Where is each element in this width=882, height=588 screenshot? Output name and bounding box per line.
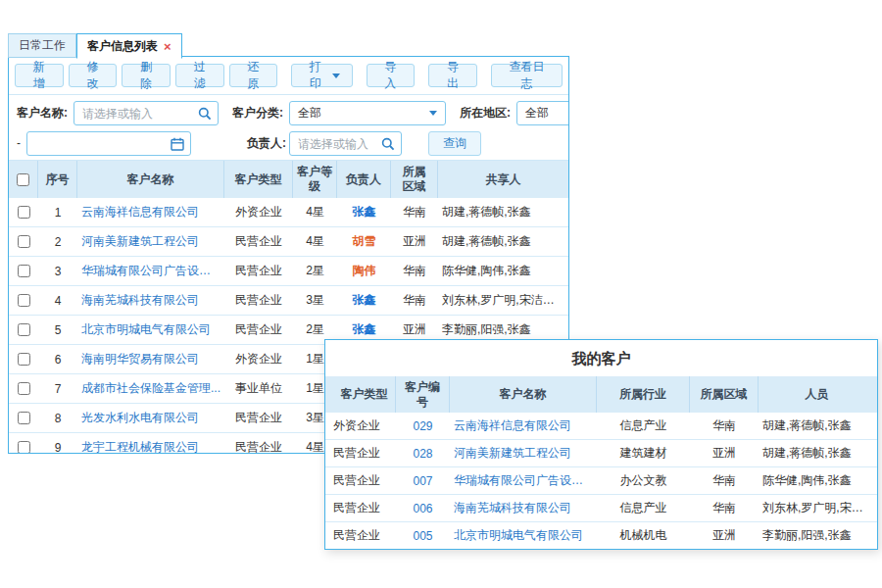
date-input[interactable] [27, 132, 190, 155]
region: 华南 [690, 500, 759, 516]
table-row: 4 海南芜城科技有限公司 民营企业 3星 张鑫 华南 刘东林,罗广明,宋洁然,张… [9, 286, 568, 316]
row-checkbox[interactable] [18, 323, 30, 336]
row-number: 4 [38, 294, 77, 308]
table-row: 民营企业 006 海南芜城科技有限公司 信息产业 华南 刘东林,罗广明,宋洁然,… [325, 495, 877, 522]
region: 华南 [391, 263, 438, 279]
col-header-customer-type: 客户类型 [325, 376, 396, 413]
checkbox-cell [9, 235, 38, 248]
add-button[interactable]: 新增 [15, 64, 64, 87]
row-checkbox[interactable] [18, 294, 30, 307]
col-header-region: 所属区域 [391, 161, 438, 198]
customer-name-link[interactable]: 华瑞城有限公司广告设计部 [77, 263, 224, 279]
table-row: 2 河南美新建筑工程公司 民营企业 4星 胡雪 亚洲 胡建,蒋德帧,张鑫 [9, 227, 568, 257]
customer-type: 民营企业 [224, 439, 293, 454]
customer-code-link[interactable]: 005 [396, 529, 450, 543]
restore-button[interactable]: 还原 [229, 64, 278, 87]
district-label: 所在地区: [460, 101, 511, 125]
search-icon[interactable] [197, 106, 213, 122]
row-checkbox[interactable] [18, 265, 30, 277]
owner-name-link[interactable]: 张鑫 [337, 204, 391, 220]
row-checkbox[interactable] [18, 441, 30, 454]
customer-type: 外资企业 [224, 204, 293, 220]
people: 李勤丽,阳强,张鑫 [759, 527, 875, 544]
district-select[interactable]: 全部 [516, 101, 569, 125]
row-number: 2 [38, 235, 77, 249]
region: 亚洲 [391, 233, 438, 250]
tab-customer-info-list[interactable]: 客户信息列表 × [76, 33, 182, 59]
export-button[interactable]: 导出 [428, 64, 477, 87]
customer-name-link[interactable]: 北京市明城电气有限公司 [77, 321, 224, 338]
customer-name-link[interactable]: 龙宇工程机械有限公司 [77, 439, 224, 454]
customer-name-link[interactable]: 成都市社会保险基金管理... [77, 380, 224, 397]
shared-people: 陈华健,陶伟,张鑫 [438, 263, 568, 279]
col-header-owner: 负责人 [337, 161, 391, 198]
customer-name-link[interactable]: 河南美新建筑工程公司 [77, 233, 224, 250]
row-checkbox[interactable] [18, 353, 30, 366]
customer-name-link[interactable]: 海南芜城科技有限公司 [77, 292, 224, 309]
region: 亚洲 [391, 321, 438, 338]
delete-button[interactable]: 删除 [122, 64, 171, 87]
customer-type: 民营企业 [224, 263, 293, 279]
customer-category-select[interactable]: 全部 [289, 101, 446, 125]
customer-name-link[interactable]: 光发水利水电有限公司 [77, 410, 224, 426]
row-checkbox[interactable] [18, 382, 30, 395]
filter-button[interactable]: 过滤 [175, 64, 224, 87]
close-icon[interactable]: × [164, 40, 172, 53]
checkbox-cell [9, 323, 38, 336]
customer-name-link[interactable]: 海南明华贸易有限公司 [77, 351, 224, 368]
owner-name-link[interactable]: 陶伟 [337, 263, 391, 279]
import-button[interactable]: 导入 [367, 64, 416, 87]
customer-name-link[interactable]: 云南海祥信息有限公司 [77, 204, 224, 220]
owner-name-link[interactable]: 张鑫 [337, 292, 391, 309]
table-row: 民营企业 005 北京市明城电气有限公司 机械机电 亚洲 李勤丽,阳强,张鑫 [325, 522, 877, 549]
customer-name-link[interactable]: 云南海祥信息有限公司 [450, 417, 597, 434]
customer-level: 3星 [293, 292, 337, 309]
table-row: 3 华瑞城有限公司广告设计部 民营企业 2星 陶伟 华南 陈华健,陶伟,张鑫 [9, 257, 568, 286]
calendar-icon[interactable] [170, 136, 185, 152]
col-header-customer-code: 客户编号 [396, 376, 450, 413]
col-header-region: 所属区域 [690, 376, 759, 413]
col-header-no: 序号 [38, 161, 77, 198]
customer-code-link[interactable]: 007 [396, 474, 450, 488]
view-log-button[interactable]: 查看日志 [491, 64, 563, 87]
customer-type: 民营企业 [224, 321, 293, 338]
owner-name-link[interactable]: 胡雪 [337, 233, 391, 250]
row-checkbox[interactable] [18, 235, 30, 248]
people: 胡建,蒋德帧,张鑫 [759, 445, 875, 462]
row-checkbox[interactable] [18, 206, 30, 219]
table-row: 民营企业 028 河南美新建筑工程公司 建筑建材 亚洲 胡建,蒋德帧,张鑫 [325, 440, 877, 467]
tab-daily-work[interactable]: 日常工作 [8, 33, 76, 58]
customer-type: 事业单位 [224, 380, 293, 397]
select-all-checkbox[interactable] [17, 173, 29, 186]
customer-name-link[interactable]: 河南美新建筑工程公司 [450, 445, 597, 462]
customer-level: 4星 [293, 204, 337, 220]
region: 亚洲 [690, 527, 759, 544]
caret-down-icon [332, 74, 340, 78]
customer-name-link[interactable]: 华瑞城有限公司广告设计部 [450, 472, 597, 489]
table-row: 民营企业 007 华瑞城有限公司广告设计部 办公文教 华南 陈华健,陶伟,张鑫 [325, 467, 877, 495]
customer-name-link[interactable]: 北京市明城电气有限公司 [450, 527, 597, 544]
customer-code-link[interactable]: 029 [396, 419, 450, 433]
query-button[interactable]: 查询 [428, 131, 481, 156]
customer-code-link[interactable]: 006 [396, 502, 450, 515]
owner-name-link[interactable]: 张鑫 [337, 321, 391, 338]
row-checkbox[interactable] [18, 412, 30, 424]
customer-level: 4星 [293, 233, 337, 250]
table-header-row: 序号 客户名称 客户类型 客户等级 负责人 所属区域 共享人 [9, 161, 568, 198]
table-row: 外资企业 029 云南海祥信息有限公司 信息产业 华南 胡建,蒋德帧,张鑫 [325, 413, 877, 440]
checkbox-cell [9, 353, 38, 366]
row-number: 1 [38, 206, 77, 220]
caret-down-icon [429, 111, 437, 116]
col-header-customer-level: 客户等级 [293, 161, 337, 198]
customer-code-link[interactable]: 028 [396, 447, 450, 461]
edit-button[interactable]: 修改 [69, 64, 118, 87]
row-number: 3 [38, 265, 77, 278]
checkbox-cell [9, 265, 38, 277]
customer-type: 民营企业 [224, 233, 293, 250]
search-icon[interactable] [380, 136, 396, 152]
row-number: 6 [38, 353, 77, 367]
customer-name-field [74, 101, 219, 125]
customer-name-link[interactable]: 海南芜城科技有限公司 [450, 500, 597, 516]
print-button[interactable]: 打印 [291, 64, 352, 87]
customer-level: 2星 [293, 321, 337, 338]
